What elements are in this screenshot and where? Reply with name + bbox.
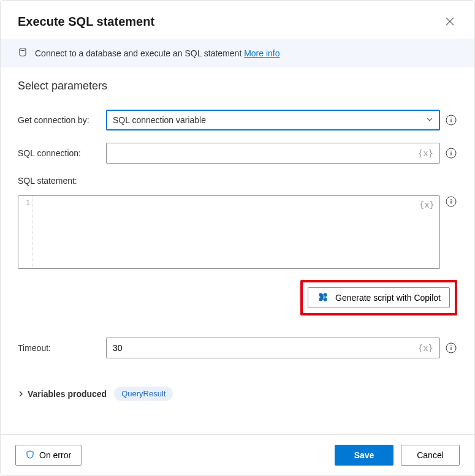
dialog: Execute SQL statement Connect to a datab… <box>0 0 475 476</box>
on-error-button[interactable]: On error <box>15 445 82 466</box>
copilot-highlight: Generate script with Copilot <box>300 280 457 315</box>
timeout-input[interactable]: {x} <box>106 338 440 358</box>
generate-copilot-button[interactable]: Generate script with Copilot <box>308 287 450 308</box>
field-label: Get connection by: <box>18 115 101 125</box>
svg-rect-12 <box>450 347 451 350</box>
variables-toggle[interactable]: Variables produced <box>18 389 107 399</box>
dialog-footer: On error Save Cancel <box>1 434 474 475</box>
copilot-icon <box>317 291 329 305</box>
info-icon[interactable] <box>445 195 457 208</box>
sql-connection-input[interactable]: {x} <box>106 143 440 164</box>
svg-point-5 <box>450 151 452 152</box>
svg-point-11 <box>450 346 452 347</box>
line-gutter: 1 <box>18 196 33 268</box>
get-connection-dropdown[interactable]: SQL connection variable <box>106 110 440 130</box>
shield-icon <box>26 450 34 461</box>
content-area: Select parameters Get connection by: SQL… <box>1 67 474 434</box>
close-button[interactable] <box>440 12 460 31</box>
field-get-connection-by: Get connection by: SQL connection variab… <box>18 110 457 130</box>
close-icon <box>446 17 454 26</box>
save-button[interactable]: Save <box>335 445 393 466</box>
variables-produced-row: Variables produced QueryResult <box>18 387 457 401</box>
svg-rect-3 <box>450 119 451 123</box>
dropdown-value: SQL connection variable <box>113 115 206 125</box>
field-timeout: Timeout: {x} <box>18 338 457 358</box>
dialog-header: Execute SQL statement <box>1 1 474 39</box>
svg-rect-6 <box>450 153 451 156</box>
info-icon[interactable] <box>445 114 457 126</box>
copilot-row: Generate script with Copilot <box>18 280 457 315</box>
footer-actions: Save Cancel <box>335 445 460 466</box>
info-bar: Connect to a database and execute an SQL… <box>1 39 474 67</box>
database-icon <box>18 47 28 59</box>
dialog-title: Execute SQL statement <box>18 15 154 29</box>
svg-point-0 <box>20 48 26 51</box>
copilot-button-label: Generate script with Copilot <box>335 293 441 303</box>
info-icon[interactable] <box>445 342 457 354</box>
info-icon[interactable] <box>445 147 457 159</box>
field-sql-connection: SQL connection: {x} <box>18 143 457 164</box>
sql-statement-editor[interactable]: 1 {x} <box>18 195 440 269</box>
more-info-link[interactable]: More info <box>244 48 279 58</box>
field-label: SQL connection: <box>18 148 101 158</box>
code-text[interactable] <box>33 196 439 268</box>
field-label: SQL statement: <box>18 176 457 186</box>
variable-icon[interactable]: {x} <box>419 200 435 210</box>
svg-point-8 <box>450 199 452 200</box>
variable-pill[interactable]: QueryResult <box>114 387 173 401</box>
svg-point-2 <box>450 118 452 119</box>
variable-icon[interactable]: {x} <box>418 343 433 353</box>
cancel-button[interactable]: Cancel <box>401 445 460 466</box>
chevron-right-icon <box>18 389 24 399</box>
svg-rect-9 <box>450 201 451 204</box>
variable-icon[interactable]: {x} <box>418 148 433 158</box>
section-title: Select parameters <box>18 80 457 93</box>
field-sql-statement: SQL statement: 1 {x} <box>18 176 457 269</box>
info-text: Connect to a database and execute an SQL… <box>35 48 280 58</box>
field-label: Timeout: <box>18 343 101 353</box>
chevron-down-icon <box>426 115 433 125</box>
